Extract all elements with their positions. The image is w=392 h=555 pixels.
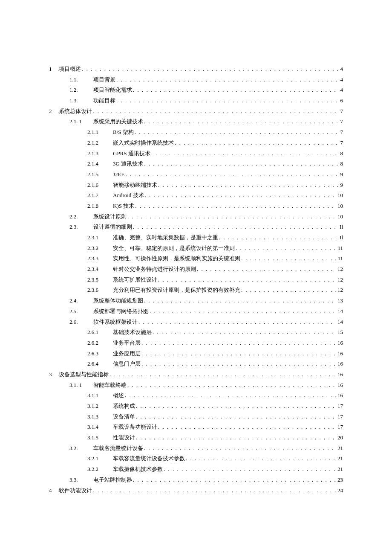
toc-entry-number: 2.1.5 bbox=[87, 169, 113, 180]
toc-leader-dots bbox=[127, 212, 336, 222]
toc-entry-page: 16 bbox=[336, 390, 343, 401]
toc-entry-title: 车载设备功能设计 bbox=[113, 422, 157, 433]
toc-entry-page: 15 bbox=[336, 327, 343, 338]
toc-entry-page: 8 bbox=[339, 159, 343, 169]
toc-entry-number: 2.6.2 bbox=[87, 338, 113, 349]
toc-entry-page: Il bbox=[338, 232, 343, 243]
toc-entry-number: 2.1.4 bbox=[87, 159, 113, 169]
toc-entry-number: 1 bbox=[49, 64, 58, 75]
toc-entry-page: 16 bbox=[336, 369, 343, 380]
toc-entry-page: 13 bbox=[336, 296, 343, 306]
toc-entry-page: 10 bbox=[336, 201, 343, 212]
toc-entry-number: 2.3.4 bbox=[87, 264, 113, 275]
toc-entry-title: 实用性、可操作性原则，是系统顺利实施的关键准则 bbox=[113, 253, 240, 264]
toc-entry-title: 业务平台层 bbox=[113, 338, 141, 349]
toc-entry: 3.1.4车载设备功能设计17 bbox=[49, 422, 343, 433]
toc-leader-dots bbox=[174, 138, 339, 148]
toc-entry-page: 4 bbox=[339, 75, 343, 85]
toc-entry-number: 2.3.1 bbox=[87, 232, 113, 243]
toc-entry: 3.1.3设备清单17 bbox=[49, 412, 343, 422]
toc-entry-page: 21 bbox=[336, 464, 343, 475]
toc-entry: 2.6.2业务平台层16 bbox=[49, 338, 343, 349]
toc-leader-dots bbox=[144, 190, 336, 201]
toc-entry-page: 9 bbox=[339, 169, 343, 180]
toc-entry-title: 性能设计 bbox=[113, 433, 135, 443]
toc-entry-number: 3.1.1 bbox=[87, 390, 113, 401]
toc-leader-dots bbox=[124, 169, 338, 180]
toc-entry-number: 1.2. bbox=[69, 85, 93, 96]
toc-entry-title: K)S 技术 bbox=[113, 201, 134, 212]
toc-entry: 2.1.5J2EE9 bbox=[49, 169, 343, 180]
toc-leader-dots bbox=[143, 443, 336, 454]
toc-entry-number: 2.3.6 bbox=[87, 285, 113, 296]
toc-entry-page: 11 bbox=[336, 243, 343, 254]
toc-entry-number: 2.3. bbox=[69, 222, 93, 232]
toc-entry: 2.3.5系统可扩展性设计12 bbox=[49, 275, 343, 285]
toc-entry: 4.软件功能设计24 bbox=[49, 485, 343, 496]
toc-entry-page: 17 bbox=[336, 412, 343, 422]
toc-entry-number: 2.3.5 bbox=[87, 275, 113, 285]
toc-entry-number: 2.4. bbox=[69, 296, 93, 306]
toc-entry-number: 2 bbox=[49, 106, 58, 117]
toc-entry-number: 2.1.6 bbox=[87, 180, 113, 191]
toc-entry-page: 7 bbox=[339, 127, 343, 138]
toc-entry: 2.1.8K)S 技术10 bbox=[49, 201, 343, 212]
toc-entry: 3.3.电子站牌控制器23 bbox=[49, 475, 343, 485]
toc-entry-page: 4 bbox=[339, 85, 343, 96]
toc-entry: 2.6.3业务应用层16 bbox=[49, 349, 343, 359]
toc-entry-page: 14 bbox=[336, 317, 343, 328]
toc-entry-number: 2.6.4 bbox=[87, 359, 113, 369]
toc-entry-page: 14 bbox=[336, 306, 343, 317]
toc-entry: 2.3.设计遵循的细则Il bbox=[49, 222, 343, 232]
toc-entry-number: 3.2.1 bbox=[87, 453, 113, 464]
toc-entry-title: 准确、完整、实吋地采集数据，是重中之重 bbox=[113, 232, 218, 243]
toc-leader-dots bbox=[115, 96, 339, 106]
toc-leader-dots bbox=[196, 264, 336, 275]
toc-leader-dots bbox=[152, 327, 336, 338]
toc-entry: 3.1.2系统构成17 bbox=[49, 401, 343, 412]
toc-entry-page: 21 bbox=[336, 453, 343, 464]
toc-entry: 3.1.5性能设计20 bbox=[49, 433, 343, 443]
toc-entry: 3.2.1车载客流量统计设备技术参数21 bbox=[49, 453, 343, 464]
toc-entry-page: 24 bbox=[336, 485, 343, 496]
toc-entry-number: 2.6.3 bbox=[87, 349, 113, 359]
toc-leader-dots bbox=[109, 369, 336, 380]
toc-entry-number: 3.2. bbox=[69, 443, 93, 454]
toc-entry: 2.1.2嵌入式实时操作系统技术7 bbox=[49, 138, 343, 148]
toc-entry: 2.1. 1系统采用的关键技术7 bbox=[49, 116, 343, 127]
toc-entry: 1.1.项目背景4 bbox=[49, 75, 343, 85]
toc-entry-page: 21 bbox=[336, 443, 343, 454]
toc-entry-title: 嵌入式实时操作系统技术 bbox=[113, 138, 174, 148]
toc-entry-title: 设备清单 bbox=[113, 412, 135, 422]
toc-entry-page: 7 bbox=[339, 106, 343, 117]
toc-entry-title: 电子站牌控制器 bbox=[93, 475, 132, 485]
toc-entry: 3.1.1概述16 bbox=[49, 390, 343, 401]
toc-entry-number: 3 bbox=[49, 369, 58, 380]
toc-entry-title: 基础技术设施层 bbox=[113, 327, 152, 338]
toc-entry-title: 业务应用层 bbox=[113, 349, 141, 359]
toc-entry-page: 8 bbox=[339, 148, 343, 159]
toc-entry: 2.1.7Android 技术10 bbox=[49, 190, 343, 201]
toc-entry-title: 功能目标 bbox=[93, 96, 115, 106]
toc-entry-title: 系统采用的关键技术 bbox=[93, 116, 143, 127]
toc-entry-page: 10 bbox=[336, 190, 343, 201]
toc-leader-dots bbox=[143, 116, 339, 127]
toc-entry-number: 1.1. bbox=[69, 75, 93, 85]
toc-entry-page: 12 bbox=[336, 264, 343, 275]
toc-page: 1.项目概述41.1.项目背景41.2.项目智能化需求41.3.功能目标62.系… bbox=[0, 0, 392, 496]
toc-entry: 2.1.1B/S 架构7 bbox=[49, 127, 343, 138]
toc-entry-title: .项目概述 bbox=[58, 64, 81, 75]
toc-leader-dots bbox=[143, 159, 338, 169]
toc-leader-dots bbox=[185, 453, 336, 464]
toc-entry: 2.3.4针对公交业务特点进行设计的原则12 bbox=[49, 264, 343, 275]
toc-leader-dots bbox=[141, 359, 336, 369]
toc-leader-dots bbox=[132, 222, 338, 232]
toc-entry-number: 2.3.3 bbox=[87, 253, 113, 264]
toc-leader-dots bbox=[134, 127, 339, 138]
toc-entry: 1.2.项目智能化需求4 bbox=[49, 85, 343, 96]
toc-leader-dots bbox=[163, 464, 336, 475]
toc-entry-page: Il bbox=[338, 222, 343, 232]
toc-leader-dots bbox=[124, 390, 336, 401]
toc-entry-page: 16 bbox=[336, 380, 343, 391]
toc-entry-title: 系统部署与网络拓扑图 bbox=[93, 306, 149, 317]
